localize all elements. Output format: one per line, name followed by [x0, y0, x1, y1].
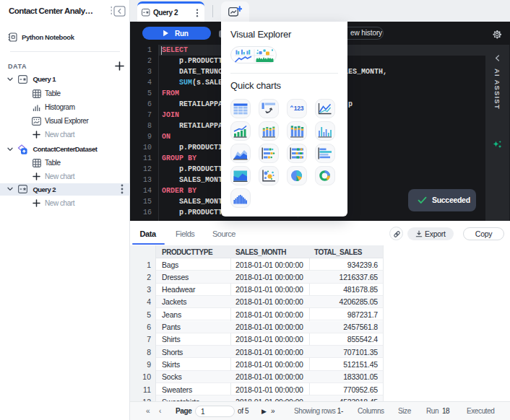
- svg-text:123: 123: [294, 105, 304, 112]
